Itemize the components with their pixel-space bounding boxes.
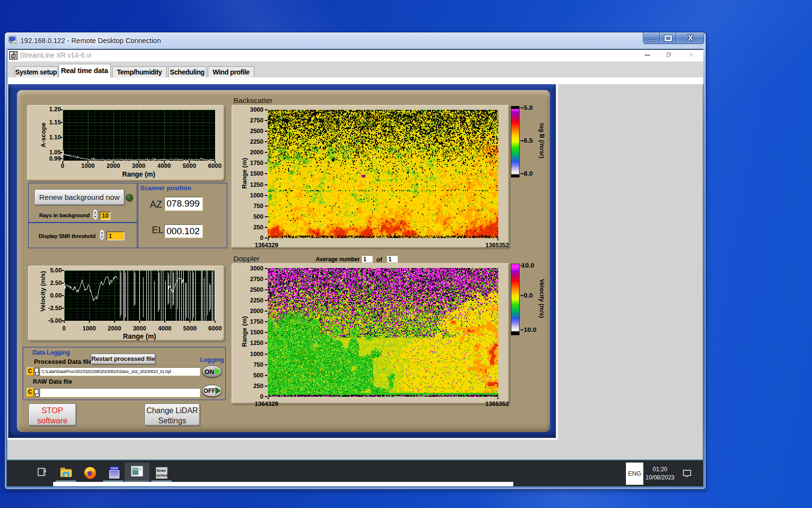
svg-text:GEEK: GEEK	[111, 467, 118, 470]
